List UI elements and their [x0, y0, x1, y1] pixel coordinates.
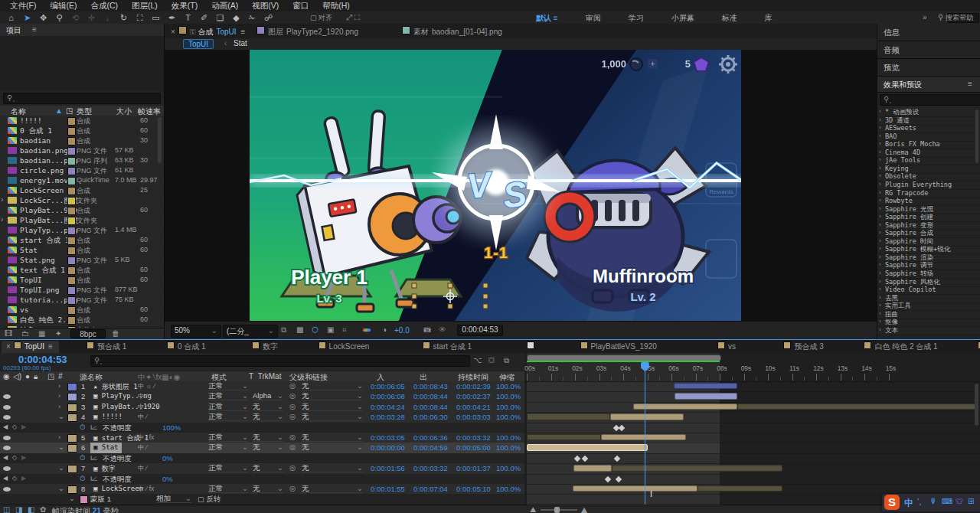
timeline-track-row[interactable]: [524, 443, 980, 453]
timeline-scrollbar[interactable]: [975, 384, 978, 426]
viewer-timecode[interactable]: 0:00:04:53: [457, 325, 503, 336]
timeline-track-row[interactable]: [524, 453, 980, 464]
expander-icon[interactable]: ›: [879, 245, 881, 252]
layer-expander-icon[interactable]: ⌄: [58, 463, 64, 472]
project-item-name[interactable]: LockScreen: [20, 186, 64, 194]
property-value[interactable]: 0%: [162, 454, 173, 462]
label-chip[interactable]: [67, 217, 76, 225]
expander-icon[interactable]: ›: [879, 253, 881, 260]
label-chip[interactable]: [67, 306, 76, 315]
draft-3d-icon[interactable]: ⛋: [488, 356, 495, 365]
magnification-select[interactable]: 50%⌄: [171, 325, 221, 338]
panel-tab-预览[interactable]: 预览: [877, 59, 980, 77]
project-row[interactable]: energy1.movQuickTime7.0 MB29.97: [0, 175, 164, 185]
workspace-tab-审阅[interactable]: 审阅: [578, 11, 621, 24]
new-folder-icon[interactable]: 🗀: [21, 329, 29, 338]
clone-stamp-tool[interactable]: ❏: [212, 11, 228, 24]
expander-icon[interactable]: ›: [879, 116, 881, 123]
parent-pickwhip-icon[interactable]: ◎: [289, 463, 296, 472]
label-chip[interactable]: [67, 187, 76, 195]
parent-pickwhip-icon[interactable]: ◎: [289, 433, 296, 441]
timeline-track-row[interactable]: [524, 433, 980, 443]
layer-switches[interactable]: 中 ☼ ∕: [138, 382, 155, 391]
graph-editor-icon[interactable]: ⧉: [504, 356, 509, 365]
in-value[interactable]: 0:00:04:24: [371, 403, 405, 411]
guides-options-icon[interactable]: ⌗: [342, 325, 347, 335]
region-of-interest-icon[interactable]: ▣: [327, 325, 334, 334]
project-item-name[interactable]: baodian: [20, 136, 51, 145]
expander-icon[interactable]: ›: [879, 181, 881, 188]
layer-expander-icon[interactable]: ›: [58, 391, 60, 400]
project-item-name[interactable]: !!!!!: [20, 116, 42, 125]
trkmat-select[interactable]: Alpha⌄: [253, 391, 283, 400]
pan-camera-tool[interactable]: ✛: [83, 11, 100, 24]
expander-icon[interactable]: ›: [879, 318, 881, 325]
label-chip[interactable]: [67, 237, 76, 245]
timeline-tab-icon[interactable]: [522, 341, 544, 353]
layer-duration-bar[interactable]: [675, 393, 737, 399]
expander-icon[interactable]: ›: [879, 286, 881, 292]
blend-mode-select[interactable]: 正常⌄: [208, 381, 248, 390]
keyframe-nav-next-icon[interactable]: ▶: [21, 475, 26, 482]
property-name[interactable]: 不透明度: [103, 475, 132, 485]
layer-duration-bar[interactable]: [610, 413, 683, 420]
keyframe-nav-prev-icon[interactable]: ◀: [3, 475, 8, 482]
duration-value[interactable]: 0:00:01:37: [456, 464, 491, 472]
keyframe-nav-add-icon[interactable]: ◇: [12, 423, 17, 430]
project-list-header[interactable]: 名称 ▲ ◳ 类型 大小 帧速率: [0, 106, 164, 116]
parent-select[interactable]: 无⌄: [302, 381, 363, 390]
expander-icon[interactable]: ›: [879, 294, 881, 301]
menu-窗口[interactable]: 窗口: [286, 1, 315, 11]
expander-icon[interactable]: ›: [879, 149, 881, 155]
menu-编辑(E)[interactable]: 编辑(E): [43, 1, 83, 11]
workspace-tab-学习[interactable]: 学习: [621, 11, 664, 24]
layer-duration-bar[interactable]: [527, 413, 610, 420]
layer-duration-bar[interactable]: [612, 465, 782, 471]
project-menu-icon[interactable]: ≡: [32, 25, 37, 34]
layer-switches[interactable]: 中 ∕: [138, 464, 147, 473]
label-chip[interactable]: [67, 177, 76, 185]
layer-label-chip[interactable]: [67, 383, 77, 391]
timeline-row[interactable]: ⌄6▣ Stat中 ∕正常⌄无⌄◎无⌄0:00:00:000:00:04:590…: [0, 443, 524, 453]
project-row[interactable]: 白色 纯色 2...合成60: [0, 315, 164, 325]
timeline-tab-PlayBattleVS_1920[interactable]: PlayBattleVS_1920: [576, 341, 663, 353]
workspace-tab-默认[interactable]: 默认 ≡: [528, 11, 578, 24]
keyboard-icon[interactable]: ⌨︎: [942, 497, 952, 505]
menu-效果(T)[interactable]: 效果(T): [165, 1, 204, 11]
project-row[interactable]: baodian.pngPNG 文件57 KB: [0, 145, 164, 155]
camera-tool[interactable]: ⛶: [132, 11, 148, 24]
exposure-icon[interactable]: ◑: [382, 325, 387, 334]
layer-expander-icon[interactable]: ⌄: [58, 443, 64, 451]
property-value[interactable]: 100%: [162, 423, 181, 432]
timeline-row[interactable]: ›1★ 形状图层 1中 ☼ ∕正常⌄◎无⌄0:00:06:050:00:08:4…: [0, 381, 524, 392]
skin-icon[interactable]: 👕︎: [956, 497, 963, 505]
expander-icon[interactable]: ›: [879, 237, 881, 244]
mask-expander-icon[interactable]: ⌄: [69, 494, 75, 502]
eraser-tool[interactable]: ◆: [228, 11, 244, 24]
trash-icon[interactable]: 🗑︎: [112, 329, 119, 338]
parent-select[interactable]: 无⌄: [302, 391, 363, 400]
layer-duration-bar[interactable]: [601, 434, 686, 440]
type-tool[interactable]: T: [180, 11, 196, 24]
project-row[interactable]: TopUI.pngPNG 文件877 KB: [0, 285, 164, 295]
label-chip[interactable]: [67, 266, 76, 275]
parent-pickwhip-icon[interactable]: ◎: [289, 412, 296, 420]
stretch-value[interactable]: 100.0%: [496, 443, 521, 452]
color-depth-button[interactable]: 8bpc: [70, 329, 106, 338]
label-chip[interactable]: [67, 227, 76, 235]
layer-duration-bar[interactable]: [674, 383, 737, 389]
property-name[interactable]: 不透明度: [103, 423, 132, 433]
label-chip[interactable]: [67, 117, 76, 126]
expand-render-time-icon[interactable]: ◨: [15, 505, 22, 513]
expander-icon[interactable]: ›: [879, 213, 881, 220]
parent-pickwhip-icon[interactable]: ◎: [289, 484, 296, 492]
label-chip[interactable]: [67, 286, 76, 295]
visibility-toggle[interactable]: [3, 436, 11, 440]
out-value[interactable]: 0:00:08:44: [413, 403, 448, 411]
in-value[interactable]: 0:00:01:56: [371, 464, 405, 472]
timeline-track-row[interactable]: [524, 391, 980, 402]
time-ruler[interactable]: :00s01s02s03s04s05s06s07s08s09s10s11s12s…: [524, 362, 980, 382]
project-row[interactable]: Stat合成60: [0, 245, 164, 255]
parent-select[interactable]: 无⌄: [302, 463, 363, 472]
shy-icon[interactable]: ✿: [40, 505, 46, 513]
